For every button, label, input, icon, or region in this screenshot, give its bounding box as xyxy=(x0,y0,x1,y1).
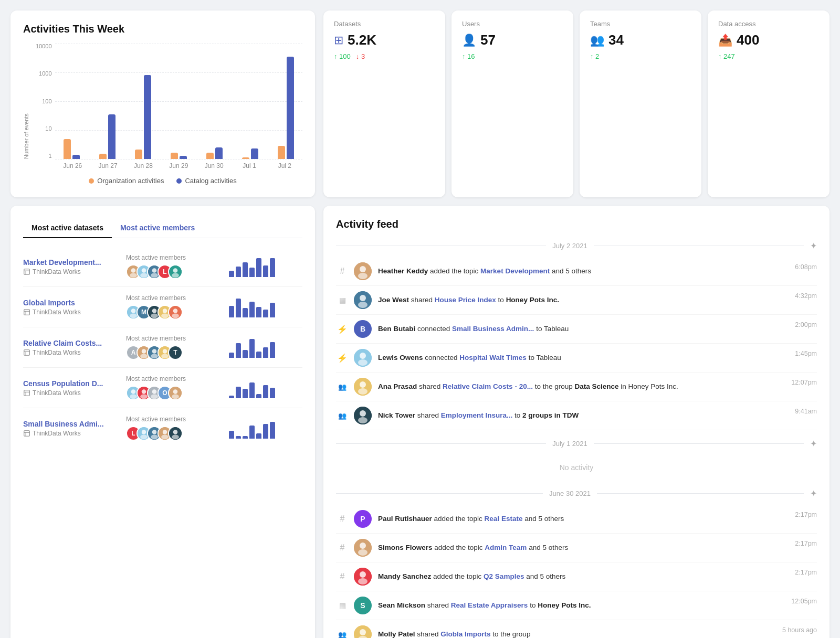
dataset-row-2: Global Imports ThinkData Works Most acti… xyxy=(23,287,302,327)
dataset-name-4[interactable]: Census Population D... xyxy=(23,379,120,388)
feed-text-4: Lewis Owens connected Hospital Wait Time… xyxy=(378,353,790,363)
stat-main-users: 👤 57 xyxy=(462,32,563,48)
stat-label-users: Users xyxy=(462,20,563,28)
date-expand-icon-jul2[interactable]: ✦ xyxy=(810,241,817,251)
svg-point-21 xyxy=(163,309,167,313)
svg-point-22 xyxy=(161,314,169,318)
feed-icon-dataset: ▦ xyxy=(336,296,349,304)
avatar-heather xyxy=(354,262,372,280)
avatar-lewis xyxy=(354,349,372,367)
svg-point-35 xyxy=(161,354,169,359)
dataset-name-2[interactable]: Global Imports xyxy=(23,299,120,307)
mini-bars-3 xyxy=(229,337,302,358)
active-datasets-card: Most active datasets Most active members… xyxy=(10,206,315,638)
feed-time-4: 1:45pm xyxy=(795,350,817,357)
y-axis-ticks: 10000 1000 100 10 1 xyxy=(36,44,52,159)
feed-item-jun30-5: 👥 Molly Patel shared Globla Imports to t… xyxy=(336,620,817,638)
bar-group-jun26 xyxy=(55,44,89,159)
feed-icon-tag4: # xyxy=(336,543,349,552)
avatar-ben: B xyxy=(354,320,372,338)
feed-icon-connect: ⚡ xyxy=(336,324,349,334)
svg-point-55 xyxy=(151,435,158,440)
svg-point-64 xyxy=(358,273,368,279)
dataset-name-1[interactable]: Market Development... xyxy=(23,258,120,267)
bar-group-jun28 xyxy=(126,44,160,159)
legend-org: Organization activities xyxy=(89,177,164,185)
avatar-nick xyxy=(354,407,372,424)
feed-time-jun30-5: 5 hours ago xyxy=(782,626,817,634)
tab-most-active-members[interactable]: Most active members xyxy=(112,218,203,238)
dataset-name-5[interactable]: Small Business Admi... xyxy=(23,420,120,428)
svg-point-54 xyxy=(152,430,157,434)
stat-changes-teams: ↑ 2 xyxy=(590,52,691,60)
activities-chart-card: Activities This Week Number of events 10… xyxy=(10,10,315,197)
chart-bars xyxy=(55,44,302,159)
bar-org-jul2 xyxy=(278,146,285,159)
svg-rect-0 xyxy=(24,269,30,274)
svg-point-16 xyxy=(130,314,137,318)
svg-point-79 xyxy=(358,549,368,556)
svg-point-66 xyxy=(360,295,366,301)
svg-point-72 xyxy=(360,381,366,388)
dataset-source-2: ThinkData Works xyxy=(23,309,120,316)
stat-up-teams: ↑ 2 xyxy=(590,52,599,60)
svg-point-52 xyxy=(140,435,148,440)
feed-item-5: 👥 Ana Prasad shared Relative Claim Costs… xyxy=(336,373,817,401)
svg-point-6 xyxy=(140,273,148,278)
avatar-T: T xyxy=(168,345,183,360)
svg-point-60 xyxy=(173,430,178,434)
datasets-tabs: Most active datasets Most active members xyxy=(23,218,302,238)
svg-point-29 xyxy=(140,354,148,359)
feed-time-jun30-2: 2:17pm xyxy=(795,540,817,547)
avatar-paul: P xyxy=(354,510,372,528)
feed-item-4: ⚡ Lewis Owens connected Hospital Wait Ti… xyxy=(336,344,817,373)
svg-point-5 xyxy=(142,268,146,273)
bar-cat-jun30 xyxy=(215,147,223,159)
bar-group-jun27 xyxy=(91,44,124,159)
tab-most-active-datasets[interactable]: Most active datasets xyxy=(23,218,112,238)
date-expand-icon-jun30[interactable]: ✦ xyxy=(810,488,817,498)
svg-point-69 xyxy=(360,353,366,359)
svg-point-75 xyxy=(360,410,366,417)
dataset-source-1: ThinkData Works xyxy=(23,268,120,275)
stat-down-datasets: ↓ 3 xyxy=(356,52,365,60)
svg-point-57 xyxy=(163,430,167,434)
feed-item-1: # Heather Keddy added the topic Market D… xyxy=(336,257,817,286)
feed-item-3: ⚡ B Ben Butabi connected Small Business … xyxy=(336,315,817,344)
avatars-3: A T xyxy=(126,345,223,360)
mini-bars-1 xyxy=(229,256,302,277)
stat-card-datasets: Datasets ⊞ 5.2K ↑ 100 ↓ 3 xyxy=(323,10,445,197)
date-expand-icon-jul1[interactable]: ✦ xyxy=(810,439,817,449)
feed-text-5: Ana Prasad shared Relative Claim Costs -… xyxy=(378,382,786,392)
svg-point-48 xyxy=(172,395,179,399)
svg-point-78 xyxy=(360,543,366,549)
feed-text-jun30-4: Sean Mickson shared Real Estate Appraise… xyxy=(378,601,786,611)
avatars-5: L xyxy=(126,426,223,441)
avatars-2: M xyxy=(126,305,223,320)
svg-point-15 xyxy=(131,309,136,313)
bar-group-jul2 xyxy=(269,44,302,159)
stat-changes-data-access: ↑ 247 xyxy=(718,52,819,60)
feed-item-jun30-2: # Simons Flowers added the topic Admin T… xyxy=(336,534,817,562)
x-axis-labels: Jun 26 Jun 27 Jun 28 Jun 29 Jun 30 Jul 1… xyxy=(55,162,302,169)
svg-point-34 xyxy=(163,349,167,354)
dataset-source-4: ThinkData Works xyxy=(23,389,120,397)
dataset-row-4: Census Population D... ThinkData Works M… xyxy=(23,368,302,408)
svg-point-3 xyxy=(130,273,137,278)
avatars-1: L xyxy=(126,264,223,279)
feed-item-6: 👥 Nick Tower shared Employment Insura...… xyxy=(336,401,817,430)
bar-cat-jun26 xyxy=(72,155,80,159)
avatars-4: O xyxy=(126,386,223,400)
svg-point-63 xyxy=(360,266,366,272)
dataset-row-1: Market Development... ThinkData Works Mo… xyxy=(23,247,302,287)
date-separator-jul1: July 1 2021 ✦ xyxy=(336,439,817,449)
feed-time-jun30-1: 2:17pm xyxy=(795,511,817,518)
svg-point-24 xyxy=(173,309,178,313)
svg-point-2 xyxy=(131,268,136,273)
avatar xyxy=(168,305,183,320)
svg-point-31 xyxy=(152,349,157,354)
dataset-name-3[interactable]: Relative Claim Costs... xyxy=(23,339,120,347)
svg-point-11 xyxy=(173,268,178,273)
avatar-molly xyxy=(354,625,372,638)
avatar-mandy xyxy=(354,568,372,586)
